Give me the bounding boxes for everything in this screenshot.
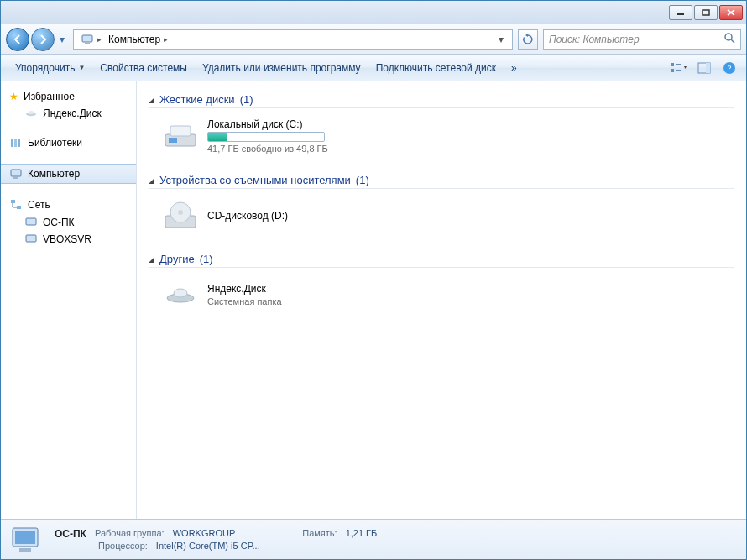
svg-rect-0	[677, 13, 684, 15]
uninstall-program-button[interactable]: Удалить или изменить программу	[195, 58, 368, 78]
group-header-hdd[interactable]: ◢ Жесткие диски (1)	[149, 88, 734, 108]
search-input[interactable]: Поиск: Компьютер	[543, 29, 741, 50]
address-bar[interactable]: ▸ Компьютер ▸ ▾	[73, 29, 513, 50]
group-header-other[interactable]: ◢ Другие (1)	[149, 248, 734, 268]
sidebar-item-label: Компьютер	[28, 168, 80, 180]
computer-icon	[81, 33, 94, 46]
svg-rect-7	[671, 69, 674, 72]
forward-button[interactable]	[31, 28, 55, 51]
breadcrumb-computer[interactable]: Компьютер ▸	[105, 32, 171, 47]
svg-point-32	[174, 289, 187, 297]
toolbar-label: »	[511, 62, 517, 74]
svg-rect-27	[170, 126, 191, 136]
sidebar-item-label: Сеть	[28, 199, 50, 211]
svg-rect-16	[11, 139, 13, 147]
sidebar-item-network[interactable]: Сеть	[1, 196, 136, 214]
group-header-removable[interactable]: ◢ Устройства со съемными носителями (1)	[149, 169, 734, 189]
sidebar-item-label: Библиотеки	[28, 137, 82, 149]
sidebar-item-label: VBOXSVR	[43, 233, 91, 245]
toolbar-label: Упорядочить	[15, 62, 75, 74]
toolbar-overflow-button[interactable]: »	[504, 58, 525, 78]
svg-rect-1	[703, 10, 709, 15]
content-pane: ◢ Жесткие диски (1) Локальный диск (C:) …	[137, 81, 746, 519]
svg-text:?: ?	[728, 63, 732, 73]
svg-rect-22	[17, 206, 21, 209]
system-properties-button[interactable]: Свойства системы	[92, 58, 195, 78]
preview-pane-icon	[697, 62, 711, 74]
toolbar-label: Свойства системы	[100, 62, 187, 74]
group-title: Жесткие диски	[159, 93, 235, 106]
status-cpu-label: Процессор:	[98, 541, 148, 551]
svg-rect-23	[26, 218, 36, 225]
help-icon: ?	[723, 61, 736, 75]
usage-bar	[207, 132, 325, 142]
chevron-right-icon: ▸	[97, 35, 102, 44]
svg-rect-11	[706, 63, 710, 73]
sidebar-item-vboxsvr[interactable]: VBOXSVR	[1, 231, 136, 248]
back-button[interactable]	[6, 28, 29, 51]
group-count: (1)	[240, 93, 253, 106]
optical-drive-icon	[162, 199, 199, 233]
view-icon	[670, 62, 688, 74]
sidebar-item-libraries[interactable]: Библиотеки	[1, 133, 136, 152]
preview-pane-button[interactable]	[694, 59, 714, 77]
help-button[interactable]: ?	[719, 59, 739, 77]
sidebar-item-os-pc[interactable]: ОС-ПК	[1, 214, 136, 231]
drive-title: Яндекс.Диск	[207, 283, 282, 295]
toolbar-label: Удалить или изменить программу	[202, 62, 361, 74]
collapse-icon: ◢	[149, 176, 154, 185]
map-network-drive-button[interactable]: Подключить сетевой диск	[368, 58, 504, 78]
sidebar-item-computer[interactable]: Компьютер	[1, 164, 136, 184]
svg-rect-3	[85, 43, 90, 44]
organize-button[interactable]: Упорядочить▼	[8, 58, 92, 78]
status-memory-label: Память:	[302, 528, 337, 540]
status-cpu: Intel(R) Core(TM) i5 CP...	[156, 541, 260, 551]
collapse-icon: ◢	[149, 96, 154, 104]
chevron-down-icon: ▼	[78, 64, 85, 71]
computer-icon	[24, 216, 38, 229]
breadcrumb-label: Компьютер	[108, 34, 160, 45]
search-placeholder: Поиск: Компьютер	[549, 34, 640, 45]
drive-title: Локальный диск (C:)	[207, 118, 328, 130]
svg-rect-34	[15, 531, 35, 544]
drive-title: CD-дисковод (D:)	[207, 210, 288, 222]
nav-pane: ★ Избранное Яндекс.Диск Библиотеки Компь…	[1, 81, 137, 519]
group-count: (1)	[200, 253, 213, 265]
svg-rect-24	[26, 235, 36, 242]
close-button[interactable]	[719, 5, 743, 20]
drive-tile-yandex[interactable]: Яндекс.Диск Системная папка	[157, 275, 734, 315]
status-workgroup: WORKGROUP	[173, 528, 236, 540]
sidebar-item-favorites[interactable]: ★ Избранное	[1, 88, 136, 105]
refresh-icon	[522, 34, 534, 45]
nav-history-dropdown[interactable]: ▾	[56, 31, 68, 48]
maximize-button[interactable]	[694, 5, 718, 20]
network-icon	[9, 198, 23, 212]
sidebar-item-label: ОС-ПК	[43, 217, 75, 228]
navbar: ▾ ▸ Компьютер ▸ ▾ Поиск: Компьютер	[1, 24, 746, 55]
refresh-button[interactable]	[518, 29, 538, 50]
search-icon	[723, 32, 735, 46]
svg-line-5	[731, 39, 734, 43]
toolbar: Упорядочить▼ Свойства системы Удалить ил…	[1, 55, 746, 81]
collapse-icon: ◢	[149, 255, 154, 264]
ufo-icon	[24, 107, 38, 120]
view-options-button[interactable]	[669, 59, 689, 77]
svg-rect-2	[82, 35, 92, 42]
drive-tile-d[interactable]: CD-дисковод (D:)	[157, 196, 734, 236]
group-count: (1)	[356, 174, 369, 186]
statusbar: ОС-ПК Рабочая группа: WORKGROUP Память: …	[1, 519, 746, 559]
chevron-right-icon: ▸	[164, 35, 168, 44]
svg-rect-18	[18, 139, 20, 147]
breadcrumb-root[interactable]: ▸	[77, 31, 105, 48]
address-dropdown[interactable]: ▾	[494, 34, 509, 45]
drive-tile-c[interactable]: Локальный диск (C:) 41,7 ГБ свободно из …	[157, 115, 734, 157]
usage-fill	[208, 133, 227, 141]
svg-rect-6	[671, 63, 674, 66]
sidebar-item-yandex-disk[interactable]: Яндекс.Диск	[1, 105, 136, 122]
sidebar-item-label: Избранное	[24, 91, 75, 102]
svg-rect-8	[676, 64, 681, 65]
svg-point-30	[178, 210, 183, 215]
svg-point-4	[725, 34, 732, 40]
status-workgroup-label: Рабочая группа:	[95, 528, 165, 540]
minimize-button[interactable]	[669, 5, 692, 20]
